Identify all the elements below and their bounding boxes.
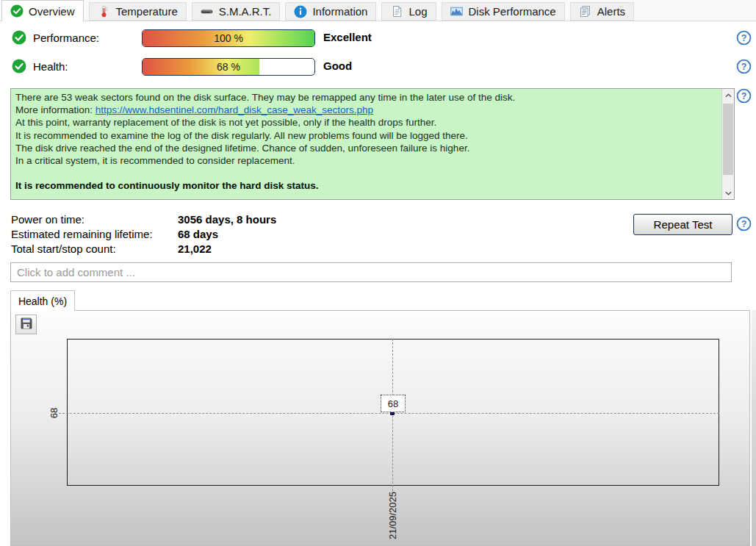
performance-chart-icon xyxy=(450,5,464,18)
performance-help-icon[interactable]: ? xyxy=(736,30,752,46)
alerts-pages-icon xyxy=(579,5,592,18)
tab-smart[interactable]: S.M.A.R.T. xyxy=(192,2,281,21)
tab-temperature[interactable]: Temperature xyxy=(89,2,187,21)
tab-label: Alerts xyxy=(597,5,625,18)
thermometer-icon xyxy=(98,5,111,18)
remaining-lifetime-value: 68 days xyxy=(178,228,218,240)
start-stop-count-label: Total start/stop count: xyxy=(11,243,116,255)
hd-sentinel-overview-panel: Overview Temperature S.M.A.R.T. Informat… xyxy=(0,0,756,546)
performance-meter: 100 % xyxy=(142,29,315,47)
health-help-icon[interactable]: ? xyxy=(736,59,752,74)
svg-text:?: ? xyxy=(741,62,747,72)
performance-label: Performance: xyxy=(33,32,99,44)
status-ok-icon xyxy=(12,30,26,45)
scroll-up-icon[interactable] xyxy=(722,89,734,101)
health-row: Health: 68 % Good xyxy=(0,58,756,76)
tab-label: S.M.A.R.T. xyxy=(219,5,272,18)
comment-input[interactable] xyxy=(10,262,732,282)
scroll-down-icon[interactable] xyxy=(722,187,734,199)
svg-text:?: ? xyxy=(741,219,747,229)
chart-point-label: 68 xyxy=(381,395,406,412)
repeat-test-button[interactable]: Repeat Test xyxy=(633,214,732,235)
disk-drive-icon xyxy=(201,5,214,18)
tab-information[interactable]: Information xyxy=(285,2,376,21)
info-icon xyxy=(294,5,307,18)
health-chart-panel: 68 68 21/09/2025 xyxy=(10,310,750,546)
start-stop-count-value: 21,022 xyxy=(178,243,212,255)
status-ok-icon xyxy=(12,59,26,73)
chart-vertical-gridline xyxy=(392,339,393,495)
chart-horizontal-gridline xyxy=(59,413,719,414)
performance-rating: Excellent xyxy=(323,31,372,43)
scrollbar-thumb[interactable] xyxy=(723,104,733,175)
more-info-prefix: More information: xyxy=(15,104,96,115)
health-rating: Good xyxy=(323,60,352,72)
tab-health-chart[interactable]: Health (%) xyxy=(10,290,75,311)
tab-overview[interactable]: Overview xyxy=(1,0,84,21)
message-bold-line: It is recommended to continuously monito… xyxy=(15,179,717,192)
panel-right-edge xyxy=(752,310,756,546)
message-line: It is recommended to examine the log of … xyxy=(15,129,717,142)
svg-text:?: ? xyxy=(741,91,747,101)
power-on-time-label: Power on time: xyxy=(11,213,84,226)
check-circle-icon xyxy=(10,4,24,18)
tab-label: Temperature xyxy=(116,5,178,18)
save-chart-button[interactable] xyxy=(15,315,37,334)
message-scrollbar[interactable] xyxy=(721,89,734,199)
power-on-time-value: 3056 days, 8 hours xyxy=(178,213,276,226)
chart-x-axis-tick: 21/09/2025 xyxy=(387,485,398,546)
message-help-icon[interactable]: ? xyxy=(736,88,752,104)
chart-y-axis-tick: 68 xyxy=(43,403,64,423)
remaining-lifetime-label: Estimated remaining lifetime: xyxy=(11,228,153,240)
floppy-save-icon xyxy=(20,317,33,332)
svg-text:?: ? xyxy=(741,33,747,43)
status-message-text: There are 53 weak sectors found on the d… xyxy=(11,89,721,199)
weak-sectors-link[interactable]: https://www.hdsentinel.com/hard_disk_cas… xyxy=(96,104,373,115)
tab-label: Log xyxy=(408,5,427,18)
repeat-test-help-icon[interactable]: ? xyxy=(736,216,752,231)
tab-log[interactable]: Log xyxy=(381,2,436,21)
message-line: The disk drive reached the end of the de… xyxy=(15,142,717,154)
health-meter-value: 68 % xyxy=(143,59,314,75)
performance-meter-value: 100 % xyxy=(143,30,314,46)
message-line: More information: https://www.hdsentinel… xyxy=(15,104,717,116)
message-line: In a critical system, it is recommended … xyxy=(15,154,717,167)
health-label: Health: xyxy=(33,60,68,73)
tab-disk-performance[interactable]: Disk Performance xyxy=(442,2,565,21)
message-line: There are 53 weak sectors found on the d… xyxy=(15,91,717,104)
log-document-icon xyxy=(390,5,403,18)
message-line: At this point, warranty replacement of t… xyxy=(15,116,717,129)
health-meter: 68 % xyxy=(142,58,315,76)
tab-label: Disk Performance xyxy=(469,5,556,18)
tab-label: Information xyxy=(312,5,367,18)
tab-label: Overview xyxy=(29,5,75,18)
tab-alerts[interactable]: Alerts xyxy=(570,2,634,21)
main-tabbar: Overview Temperature S.M.A.R.T. Informat… xyxy=(0,0,756,21)
status-message-box: There are 53 weak sectors found on the d… xyxy=(10,88,735,200)
performance-row: Performance: 100 % Excellent xyxy=(0,29,756,47)
